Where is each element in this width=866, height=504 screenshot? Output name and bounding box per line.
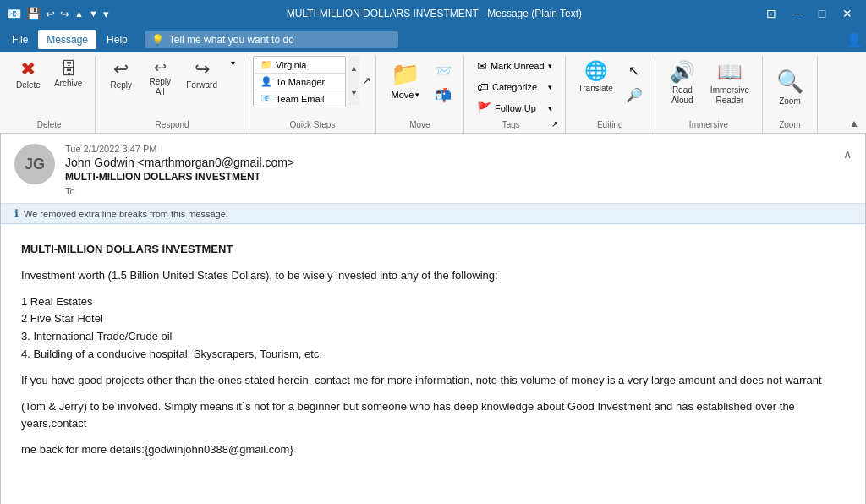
body-line-2: Investment worth (1.5 Billion United Sta… bbox=[21, 267, 845, 285]
ribbon-group-tags: ✉ Mark Unread ▾ 🏷 Categorize ▾ 🚩 Follow … bbox=[464, 56, 566, 133]
reply-all-icon: ↩ bbox=[154, 60, 167, 75]
zoom-button[interactable]: 🔍 Zoom bbox=[770, 64, 810, 111]
people-icon: 👤 bbox=[846, 32, 863, 48]
body-line-5: (Tom & Jerry) to be involved. Simply mea… bbox=[21, 398, 845, 434]
categorize-arrow: ▾ bbox=[548, 83, 552, 91]
qs-item-virginia[interactable]: 📁 Virginia bbox=[254, 57, 345, 74]
email-from: John Godwin <marthmorgan0@gmail.com> bbox=[65, 156, 833, 169]
reply-all-button[interactable]: ↩ ReplyAll bbox=[141, 56, 178, 101]
immersive-group-label: Immersive bbox=[689, 118, 728, 129]
ribbon-collapse-btn[interactable]: ▲ bbox=[846, 114, 863, 133]
menu-bar: File Message Help 💡 Tell me what you wan… bbox=[0, 27, 866, 52]
scroll-up-btn[interactable]: ▲ bbox=[348, 56, 359, 80]
archive-button[interactable]: 🗄 Archive bbox=[48, 56, 88, 93]
quicksteps-group-label: Quick Steps bbox=[289, 118, 335, 129]
tags-dialog-icon[interactable]: ↗ bbox=[551, 119, 558, 129]
forward-label: Forward bbox=[186, 80, 217, 90]
editing-buttons: 🌐 Translate ↖ 🔎 bbox=[573, 56, 648, 118]
forward-icon: ↪ bbox=[195, 60, 210, 79]
header-collapse-btn[interactable]: ∧ bbox=[843, 147, 852, 161]
zoom-label: Zoom bbox=[779, 96, 801, 107]
ribbon-group-editing: 🌐 Translate ↖ 🔎 Editing bbox=[566, 56, 655, 133]
categorize-label: Categorize bbox=[492, 82, 545, 92]
delete-button[interactable]: ✖ Delete bbox=[10, 56, 47, 95]
move-extra-buttons: 📨 📬 bbox=[430, 59, 457, 107]
followup-button[interactable]: 🚩 Follow Up ▾ bbox=[471, 98, 558, 118]
qs-item-manager[interactable]: 👤 To Manager bbox=[254, 74, 345, 90]
archive-icon: 🗄 bbox=[60, 60, 77, 77]
minimize-btn[interactable]: ─ bbox=[785, 2, 808, 25]
quick-up[interactable]: ▲ bbox=[74, 8, 84, 19]
qs-manager-label: To Manager bbox=[276, 77, 325, 87]
archive-label: Archive bbox=[54, 79, 82, 89]
title-bar: 📧 💾 ↩ ↪ ▲ ▼ ▾ MULTI-MILLION DOLLARS INVE… bbox=[0, 0, 866, 27]
qs-team-label: Team Email bbox=[276, 94, 324, 104]
categorize-button[interactable]: 🏷 Categorize ▾ bbox=[471, 77, 558, 97]
restore-btn[interactable]: ⊡ bbox=[759, 2, 783, 25]
scroll-down-btn[interactable]: ▼ bbox=[348, 80, 359, 105]
menu-message[interactable]: Message bbox=[38, 30, 96, 49]
mark-unread-icon: ✉ bbox=[477, 59, 487, 73]
menu-file[interactable]: File bbox=[3, 30, 36, 49]
lightbulb-icon: 💡 bbox=[151, 34, 164, 46]
quick-redo[interactable]: ↪ bbox=[60, 8, 69, 20]
email-icon: 📧 bbox=[260, 93, 272, 104]
mark-unread-label: Mark Unread bbox=[491, 61, 545, 71]
body-line-3: 1 Real Estates 2 Five Star Hotel 3. Inte… bbox=[21, 293, 845, 364]
quick-down[interactable]: ▼ bbox=[89, 8, 98, 19]
quick-save[interactable]: 💾 bbox=[26, 7, 41, 20]
respond-buttons: ↩ Reply ↩ ReplyAll ↪ Forward ▾ bbox=[102, 56, 242, 118]
close-btn[interactable]: ✕ bbox=[836, 2, 859, 25]
move-label: Move bbox=[392, 90, 414, 100]
avatar: JG bbox=[14, 144, 55, 184]
reply-button[interactable]: ↩ Reply bbox=[102, 56, 140, 95]
more-respond-button[interactable]: ▾ bbox=[225, 56, 242, 70]
info-bar: ℹ We removed extra line breaks from this… bbox=[1, 204, 865, 224]
qs-dialog-btn[interactable]: ↗ bbox=[361, 74, 372, 88]
email-date: Tue 2/1/2022 3:47 PM bbox=[65, 144, 833, 154]
reply-all-label: ReplyAll bbox=[149, 77, 171, 97]
forward-button[interactable]: ↪ Forward bbox=[180, 56, 223, 95]
delete-group-label: Delete bbox=[37, 118, 62, 129]
delete-label: Delete bbox=[16, 80, 41, 90]
body-line-1: MULTI-MILLION DOLLARS INVESTMENT bbox=[21, 241, 845, 259]
quick-undo[interactable]: ↩ bbox=[46, 8, 55, 20]
email-header-info: Tue 2/1/2022 3:47 PM John Godwin <marthm… bbox=[65, 144, 833, 196]
title-bar-left: 📧 💾 ↩ ↪ ▲ ▼ ▾ bbox=[7, 7, 109, 20]
move-extra-btn2[interactable]: 📬 bbox=[430, 84, 457, 107]
translate-button[interactable]: 🌐 Translate bbox=[573, 56, 619, 98]
followup-icon: 🚩 bbox=[477, 101, 491, 115]
maximize-btn[interactable]: □ bbox=[810, 2, 834, 25]
search-btn[interactable]: 🔎 bbox=[621, 84, 648, 107]
immersive-reader-label: ImmersiveReader bbox=[710, 85, 749, 106]
delete-buttons: ✖ Delete 🗄 Archive bbox=[10, 56, 88, 118]
email-container: JG Tue 2/1/2022 3:47 PM John Godwin <mar… bbox=[0, 134, 866, 504]
move-group-label: Move bbox=[409, 118, 430, 129]
followup-label: Follow Up bbox=[495, 103, 545, 113]
mark-unread-arrow: ▾ bbox=[548, 62, 552, 70]
reply-label: Reply bbox=[110, 80, 132, 90]
immersive-reader-button[interactable]: 📖 ImmersiveReader bbox=[704, 56, 755, 110]
qs-virginia-label: Virginia bbox=[276, 60, 307, 70]
read-aloud-label: ReadAloud bbox=[671, 85, 693, 106]
tell-me-search[interactable]: 💡 Tell me what you want to do bbox=[145, 31, 398, 48]
cursor-btn[interactable]: ↖ bbox=[621, 59, 648, 82]
menu-help[interactable]: Help bbox=[98, 30, 136, 49]
mark-unread-button[interactable]: ✉ Mark Unread ▾ bbox=[471, 56, 558, 76]
window-controls: ⊡ ─ □ ✕ bbox=[759, 2, 859, 25]
move-extra-btn1[interactable]: 📨 bbox=[430, 59, 457, 82]
body-subject-text: MULTI-MILLION DOLLARS INVESTMENT bbox=[21, 243, 233, 255]
tags-buttons: ✉ Mark Unread ▾ 🏷 Categorize ▾ 🚩 Follow … bbox=[471, 56, 558, 118]
ribbon-group-move: 📁 Move ▾ 📨 📬 Move bbox=[376, 56, 464, 133]
respond-group-label: Respond bbox=[156, 118, 189, 129]
email-to-line: To bbox=[65, 186, 833, 196]
quick-more[interactable]: ▾ bbox=[103, 8, 109, 20]
read-aloud-button[interactable]: 🔊 ReadAloud bbox=[662, 56, 703, 110]
search-placeholder: Tell me what you want to do bbox=[169, 34, 294, 46]
zoom-buttons: 🔍 Zoom bbox=[770, 56, 810, 118]
qs-item-team[interactable]: 📧 Team Email bbox=[254, 90, 345, 107]
move-button[interactable]: 📁 Move ▾ bbox=[383, 56, 428, 104]
window-title: MULTI-MILLION DOLLARS INVESTMENT - Messa… bbox=[109, 8, 759, 19]
move-buttons: 📁 Move ▾ 📨 📬 bbox=[383, 56, 457, 118]
more-respond-icon: ▾ bbox=[231, 58, 235, 68]
